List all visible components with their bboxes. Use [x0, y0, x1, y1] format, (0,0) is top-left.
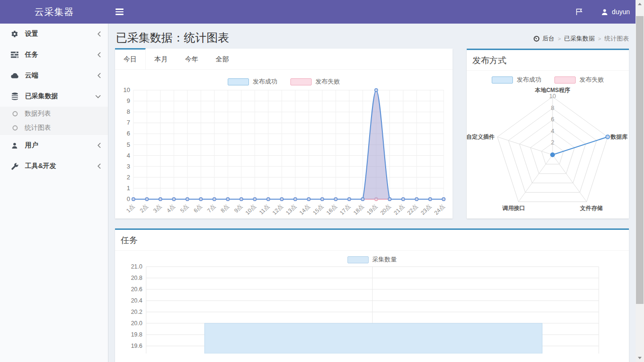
tasks-panel: 任务 采集数量 21.020.820.620.420.220.019.819.6…	[115, 228, 629, 362]
svg-text:3点: 3点	[152, 203, 163, 214]
sidebar-item-cloud[interactable]: 云端	[0, 65, 108, 86]
scrollbar-up-button[interactable]	[636, 0, 644, 8]
sidebar-item-label: 设置	[25, 30, 97, 38]
sidebar-item-tools-dev[interactable]: 工具&开发	[0, 156, 108, 177]
hourly-chart-panel: 今日 本月 今年 全部 发布成功 发布失败 0123456789101点2点3点…	[115, 49, 453, 219]
sidebar-toggle-button[interactable]	[108, 0, 130, 24]
breadcrumb-collected-data[interactable]: 已采集数据	[564, 34, 595, 43]
svg-text:0: 0	[127, 195, 130, 202]
legend-publish-success[interactable]: 发布成功	[228, 77, 277, 86]
user-menu-button[interactable]: duyun	[601, 8, 630, 16]
navbar-right: duyun	[575, 0, 630, 24]
legend-swatch-fail	[554, 76, 576, 84]
page-title: 已采集数据：统计图表	[116, 30, 229, 45]
svg-text:20.8: 20.8	[131, 275, 142, 281]
vertical-scrollbar[interactable]	[636, 0, 644, 362]
svg-text:自定义插件: 自定义插件	[467, 134, 495, 140]
dashboard-icon	[533, 35, 540, 42]
svg-text:22点: 22点	[406, 203, 419, 216]
svg-text:20.4: 20.4	[131, 297, 142, 304]
svg-text:19点: 19点	[365, 203, 379, 216]
svg-text:5点: 5点	[179, 203, 190, 214]
sidebar-subitem-data-list[interactable]: 数据列表	[0, 107, 108, 121]
svg-text:14点: 14点	[298, 203, 311, 216]
circle-icon	[11, 125, 19, 131]
sidebar-item-collected-data[interactable]: 已采集数据	[0, 86, 108, 107]
svg-text:4点: 4点	[165, 203, 176, 214]
legend-swatch-success	[228, 78, 249, 85]
svg-text:3: 3	[127, 163, 130, 170]
publish-method-title: 发布方式	[467, 50, 629, 71]
svg-text:10点: 10点	[244, 203, 257, 216]
tab-this-year[interactable]: 今年	[176, 49, 207, 70]
tab-this-month[interactable]: 本月	[146, 49, 176, 70]
svg-text:12点: 12点	[271, 203, 284, 216]
svg-text:4: 4	[551, 127, 554, 135]
legend-publish-success[interactable]: 发布成功	[492, 76, 541, 84]
svg-text:6: 6	[551, 116, 554, 123]
chevron-left-icon	[97, 72, 101, 79]
chevron-left-icon	[97, 142, 101, 149]
sidebar-subitem-label: 统计图表	[25, 124, 51, 132]
publish-method-radar-chart: 246810本地CMS程序数据库文件存储调用接口自定义插件	[467, 84, 629, 212]
sidebar: 设置 任务 云端 已采集数据 数据列表 统计图表	[0, 24, 108, 362]
sidebar-item-settings[interactable]: 设置	[0, 24, 108, 44]
chevron-left-icon	[97, 163, 101, 169]
period-tabs: 今日 本月 今年 全部	[115, 49, 453, 70]
svg-text:7点: 7点	[206, 203, 217, 214]
svg-text:24点: 24点	[433, 203, 446, 216]
svg-text:8: 8	[127, 108, 130, 115]
svg-text:1: 1	[127, 185, 130, 192]
svg-text:17点: 17点	[339, 203, 352, 216]
legend-swatch-collect-count	[347, 256, 369, 263]
svg-text:20.0: 20.0	[131, 320, 142, 327]
flag-icon	[575, 8, 583, 16]
scrollbar-thumb[interactable]	[636, 16, 644, 304]
svg-text:2: 2	[551, 139, 554, 146]
svg-text:4: 4	[127, 152, 130, 159]
tasks-legend: 采集数量	[115, 255, 629, 264]
svg-text:20.6: 20.6	[131, 286, 142, 293]
legend-publish-fail[interactable]: 发布失败	[290, 77, 340, 86]
sidebar-item-users[interactable]: 用户	[0, 135, 108, 156]
collected-data-submenu: 数据列表 统计图表	[0, 107, 108, 135]
tasks-title: 任务	[115, 230, 629, 251]
sidebar-item-label: 云端	[25, 71, 97, 80]
chevron-left-icon	[97, 31, 101, 37]
svg-text:8点: 8点	[219, 203, 230, 214]
tab-all[interactable]: 全部	[207, 49, 238, 70]
svg-text:2: 2	[127, 174, 130, 181]
app-logo[interactable]: 云采集器	[0, 0, 108, 24]
triangle-up-icon	[638, 3, 642, 5]
breadcrumb-current: 统计图表	[604, 34, 629, 43]
flag-menu-button[interactable]	[575, 8, 583, 16]
user-name: duyun	[612, 8, 630, 16]
hamburger-icon	[116, 8, 124, 10]
svg-text:11点: 11点	[258, 203, 271, 216]
svg-text:23点: 23点	[420, 203, 433, 216]
app-title: 云采集器	[34, 6, 74, 18]
svg-text:调用接口: 调用接口	[502, 205, 525, 211]
svg-text:文件存储: 文件存储	[579, 205, 603, 211]
scrollbar-down-button[interactable]	[636, 354, 644, 362]
svg-text:20点: 20点	[379, 203, 392, 216]
radar-legend: 发布成功 发布失败	[467, 76, 629, 84]
svg-text:1点: 1点	[125, 203, 136, 214]
wrench-icon	[10, 163, 19, 170]
legend-publish-fail[interactable]: 发布失败	[554, 76, 604, 84]
svg-text:数据库: 数据库	[610, 134, 628, 140]
legend-collect-count[interactable]: 采集数量	[347, 255, 397, 264]
svg-text:16点: 16点	[325, 203, 338, 216]
svg-text:15点: 15点	[312, 203, 325, 216]
sidebar-item-tasks[interactable]: 任务	[0, 44, 108, 65]
svg-text:18点: 18点	[352, 203, 365, 216]
legend-swatch-fail	[290, 78, 312, 85]
sidebar-item-label: 任务	[25, 51, 97, 59]
svg-text:10: 10	[124, 86, 130, 93]
svg-text:9: 9	[127, 97, 130, 104]
svg-text:21.0: 21.0	[131, 264, 142, 270]
breadcrumb-home[interactable]: 后台	[533, 34, 554, 43]
publish-method-panel: 发布方式 发布成功 发布失败 246810本地CMS程序数据库文件存储调用接口自…	[467, 49, 629, 219]
tab-today[interactable]: 今日	[115, 48, 146, 69]
sidebar-subitem-statistics-chart[interactable]: 统计图表	[0, 121, 108, 135]
